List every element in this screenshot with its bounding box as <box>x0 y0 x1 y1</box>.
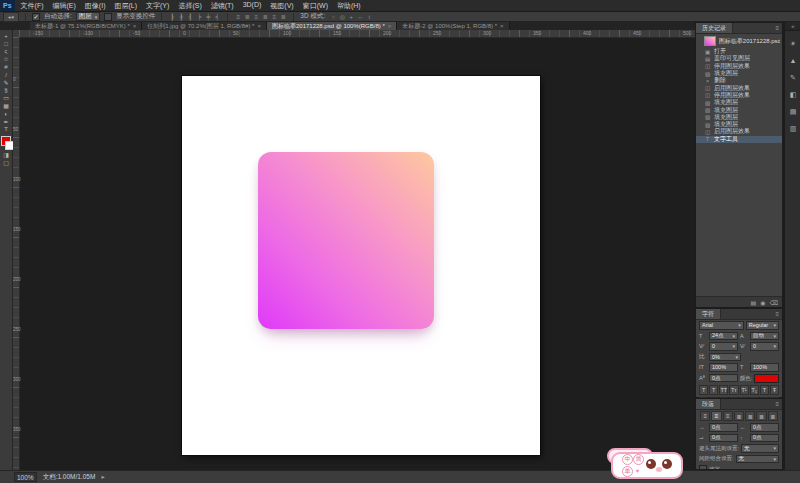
baseline-shift-field[interactable]: 0点 <box>709 374 738 383</box>
close-tab-icon[interactable]: × <box>500 23 504 29</box>
history-state[interactable]: ▨ 填充图层 <box>696 99 782 106</box>
mode-button[interactable]: ○ <box>329 13 337 21</box>
font-family-select[interactable]: Arial ▾ <box>699 321 744 330</box>
menu-item[interactable]: 文字(Y) <box>146 1 169 11</box>
kerning-field[interactable]: 0 ▾ <box>709 342 738 351</box>
quick-mask-icon[interactable]: ◨ <box>0 151 13 159</box>
document-canvas[interactable] <box>182 76 540 455</box>
styles-icon[interactable]: ▲ <box>785 54 800 67</box>
panel-menu-icon[interactable]: ≡ <box>775 311 779 317</box>
type-style-button[interactable]: T¹ <box>740 385 749 395</box>
auto-select-dropdown[interactable]: 图层 ▾ <box>76 12 101 21</box>
pen-tool[interactable]: ✒ <box>0 118 13 126</box>
space-before-field[interactable]: 0点 <box>750 434 779 443</box>
new-snapshot-icon[interactable]: ◉ <box>760 299 765 306</box>
collapse-panels-button[interactable]: « <box>785 22 800 31</box>
menu-item[interactable]: 视图(V) <box>270 1 293 11</box>
align-button[interactable]: ≣ <box>756 411 766 421</box>
panel-menu-icon[interactable]: ≡ <box>775 401 779 407</box>
history-state[interactable]: ◫ 停用图层效果 <box>696 63 782 70</box>
auto-select-checkbox[interactable]: ✓ <box>32 13 40 21</box>
photoshop-logo[interactable]: Ps <box>0 0 15 11</box>
move-tool[interactable]: + <box>0 32 13 40</box>
zoom-level-field[interactable]: 100% <box>14 472 37 482</box>
distribute-button[interactable]: ≡ <box>234 13 242 21</box>
horizontal-scale-field[interactable]: 100% <box>750 363 779 372</box>
menu-item[interactable]: 图像(I) <box>85 1 106 11</box>
left-indent-field[interactable]: 0点 <box>709 423 738 432</box>
history-snapshot-row[interactable]: 图标临摹20171228.psd <box>696 34 782 48</box>
paragraph-panel-tab[interactable]: 段落 <box>696 399 721 409</box>
align-button[interactable]: ≣ <box>734 411 744 421</box>
type-style-button[interactable]: Ŧ <box>770 385 779 395</box>
mojikumi-select[interactable]: 无 ▾ <box>736 455 779 464</box>
magic-wand-tool[interactable]: ☆ <box>0 55 13 63</box>
panel-menu-icon[interactable]: ≡ <box>775 25 779 31</box>
distribute-button[interactable]: ≣ <box>243 13 251 21</box>
mode-button[interactable]: ↔ <box>356 13 364 21</box>
history-state[interactable]: T 文字工具 <box>696 136 782 143</box>
align-button[interactable]: ≡ <box>711 411 721 421</box>
history-state[interactable]: ▨ 填充图层 <box>696 106 782 113</box>
show-transform-checkbox[interactable] <box>104 13 112 21</box>
align-button[interactable]: ╂ <box>177 13 185 21</box>
menu-item[interactable]: 文件(F) <box>21 1 44 11</box>
align-button[interactable]: ┝ <box>195 13 203 21</box>
close-tab-icon[interactable]: × <box>388 23 392 29</box>
document-tab[interactable]: 任刻列1.jpg @ 70.2%(图层 1, RGB/8#) * × <box>142 22 267 30</box>
type-style-button[interactable]: T <box>699 385 708 395</box>
type-tool[interactable]: T <box>0 126 13 134</box>
eraser-tool[interactable]: ▭ <box>0 94 13 102</box>
lasso-tool[interactable]: ς <box>0 48 13 56</box>
align-button[interactable]: ≣ <box>768 411 778 421</box>
distribute-button[interactable]: ≣ <box>279 13 287 21</box>
document-tab[interactable]: 未标题-2 @ 100%(Step 1, RGB/8) * × <box>397 22 509 30</box>
align-button[interactable]: ┠ <box>168 13 176 21</box>
adjustments-icon[interactable]: ☀ <box>785 37 800 50</box>
mode-button[interactable]: ◎ <box>338 13 346 21</box>
right-indent-field[interactable]: 0点 <box>750 423 779 432</box>
distribute-button[interactable]: ≡ <box>270 13 278 21</box>
marquee-tool[interactable]: □ <box>0 40 13 48</box>
channels-icon[interactable]: ▤ <box>785 105 800 118</box>
menu-item[interactable]: 滤镜(T) <box>211 1 234 11</box>
leading-field[interactable]: 自动 ▾ <box>750 332 779 341</box>
kinsoku-select[interactable]: 无 ▾ <box>741 444 779 453</box>
align-button[interactable]: ┥ <box>213 13 221 21</box>
delete-state-icon[interactable]: ⌫ <box>770 299 778 306</box>
gradient-icon-artwork[interactable] <box>258 152 434 329</box>
menu-item[interactable]: 图层(L) <box>114 1 137 11</box>
history-state[interactable]: ▨ 填充图层 <box>696 114 782 121</box>
type-style-button[interactable]: TT <box>719 385 728 395</box>
font-style-select[interactable]: Regular ▾ <box>746 321 779 330</box>
align-button[interactable]: ┨ <box>186 13 194 21</box>
paths-icon[interactable]: ▥ <box>785 122 800 135</box>
font-size-field[interactable]: 24点 ▾ <box>709 332 738 341</box>
align-button[interactable]: ≡ <box>700 411 710 421</box>
text-color-swatch[interactable] <box>754 374 779 383</box>
gradient-tool[interactable]: ▦ <box>0 102 13 110</box>
menu-item[interactable]: 帮助(H) <box>337 1 361 11</box>
clone-source-icon[interactable]: ◧ <box>785 88 800 101</box>
history-state[interactable]: ◫ 停用图层效果 <box>696 92 782 99</box>
type-style-button[interactable]: Tт <box>729 385 738 395</box>
proportional-spacing-field[interactable]: 0% ▾ <box>709 353 741 362</box>
document-tab[interactable]: 未标题-1 @ 75.1%(RGB/8/CMYK) * × <box>30 22 142 30</box>
align-button[interactable]: ≡ <box>723 411 733 421</box>
align-button[interactable]: ≣ <box>745 411 755 421</box>
tool-preset-picker[interactable]: + ▾ <box>3 12 19 22</box>
distribute-button[interactable]: ≣ <box>261 13 269 21</box>
eyedropper-tool[interactable]: / <box>0 71 13 79</box>
menu-item[interactable]: 选择(S) <box>178 1 201 11</box>
menu-item[interactable]: 编辑(E) <box>53 1 76 11</box>
history-panel-tab[interactable]: 历史记录 <box>696 23 733 33</box>
first-line-indent-field[interactable]: 0点 <box>709 434 738 443</box>
distribute-button[interactable]: ≡ <box>252 13 260 21</box>
mode-button[interactable]: + <box>347 13 355 21</box>
character-panel-tab[interactable]: 字符 <box>696 309 721 319</box>
type-style-button[interactable]: T <box>709 385 718 395</box>
history-state[interactable]: ◫ 启用图层效果 <box>696 128 782 135</box>
tracking-field[interactable]: 0 ▾ <box>750 342 779 351</box>
menu-item[interactable]: 3D(D) <box>243 1 262 11</box>
new-document-from-state-icon[interactable]: ▤ <box>751 299 757 306</box>
